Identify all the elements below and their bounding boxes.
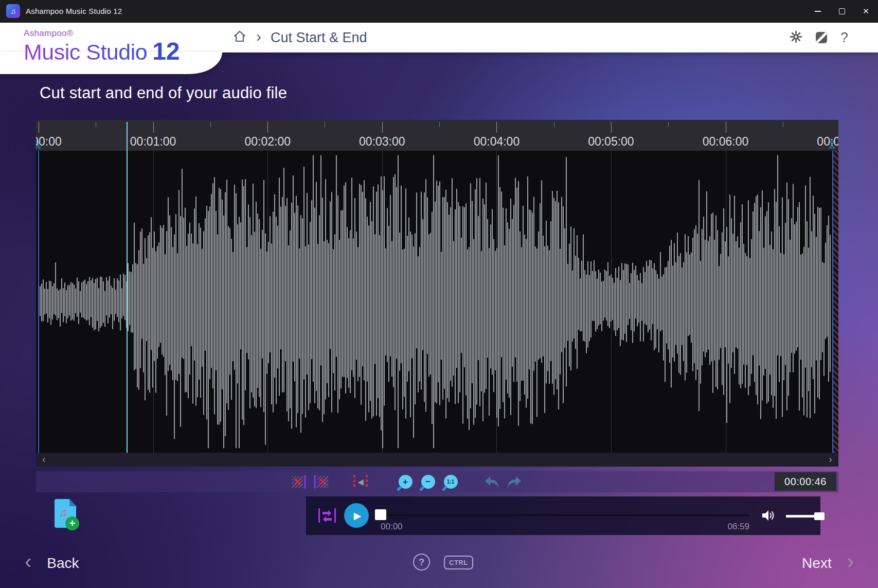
app-window: ♫ Ashampoo Music Studio 12 ✕ Ashampoo® M… [0,0,878,588]
undo-icon [483,475,500,489]
cut-before-marker-button[interactable]: ✕ [288,471,310,492]
ruler-major-tick [726,122,726,133]
file-fold-corner [69,499,77,506]
play-button[interactable]: ▶ [344,503,369,528]
ruler-minor-tick [783,122,783,127]
cut-after-bar-icon [314,475,316,489]
breadcrumb-current: Cut Start & End [271,30,367,46]
ruler-label: 00:06:00 [703,135,749,149]
waveform-scrollbar[interactable]: ‹ › [36,453,838,467]
ruler-major-tick [153,122,154,133]
ruler-minor-tick [96,122,96,127]
undo-button[interactable] [481,471,502,492]
cursor-time-display: 00:00:46 [775,472,836,491]
zoom-out-icon: − [421,475,435,489]
add-plus-icon: + [65,516,79,530]
waveform-canvas[interactable] [36,151,838,453]
playback-bar: ▶ 00:00 06:59 [306,496,820,535]
zoom-in-button[interactable]: + [396,471,415,492]
next-button[interactable]: Next › [802,553,854,574]
start-cut-scissors-icon[interactable]: ✂ [36,139,45,149]
ruler-label: 00:04:00 [474,135,520,149]
ruler-label: 00:05:00 [588,135,634,149]
waveform-editor: ✂ ✂ 00:00:0000:01:0000:02:0000:03:0000:0… [36,120,838,467]
ruler-major-tick [382,122,383,133]
ctrl-key-label: CTRL [449,559,468,566]
redo-button[interactable] [504,471,525,492]
ruler-minor-tick [439,122,440,127]
app-logo-icon: ♫ [6,4,20,18]
ruler-major-tick [39,122,39,133]
ruler-label: 00:03:00 [359,135,405,149]
total-duration: 06:59 [727,522,749,532]
end-cut-scissors-icon[interactable]: ✂ [825,139,838,149]
brand-logo: Ashampoo® Music Studio12 [24,29,180,64]
timeline-ruler[interactable]: ✂ ✂ 00:00:0000:01:0000:02:0000:03:0000:0… [36,120,838,151]
zoom-original-button[interactable]: 1:1 [441,471,460,492]
cut-after-marker-button[interactable]: ✕ [310,471,332,492]
ruler-minor-tick [210,122,211,127]
brand-version: 12 [152,38,180,65]
play-icon: ▶ [354,510,362,522]
maximize-icon [839,8,845,14]
next-label: Next [802,555,832,572]
ruler-label: 00:02:00 [244,135,291,149]
end-marker-line[interactable] [832,151,833,453]
back-button[interactable]: ‹ Back [25,553,79,574]
cut-region-hatch [833,151,838,453]
help-question-icon: ? [419,557,425,568]
playhead-line[interactable] [127,151,128,453]
page-title: Cut start and end of your audio file [40,84,287,102]
seek-thumb[interactable] [375,509,386,520]
ruler-label: 00:01:00 [130,135,176,149]
brand-name: Ashampoo® [24,29,180,38]
back-chevron-icon: ‹ [25,553,31,574]
waveform-area[interactable] [36,151,838,453]
close-icon: ✕ [863,7,869,16]
cut-before-bar-icon [304,475,306,489]
file-music-note-icon: ♫ [59,506,67,520]
loop-playback-button[interactable] [317,506,337,527]
back-label: Back [47,555,79,572]
ruler-major-tick [496,122,497,133]
seek-bar[interactable] [381,514,749,516]
ruler-minor-tick [668,122,669,127]
cut-before-x-icon: ✕ [292,476,303,488]
elapsed-time: 00:00 [381,522,403,532]
scroll-right-icon[interactable]: › [829,454,832,466]
ctrl-key-hint: CTRL [444,556,473,569]
header-actions: ? [790,23,848,52]
home-icon[interactable] [232,29,247,46]
start-marker-line[interactable] [38,151,39,453]
ruler-major-tick [611,122,612,133]
maximize-button[interactable] [830,0,854,22]
trim-triangle-icon: ◀ [357,478,364,486]
trim-selection-button[interactable]: ◀ [349,471,372,492]
zoom-in-icon: + [399,475,413,489]
minimize-button[interactable] [805,0,830,22]
redo-icon [506,475,523,489]
volume-mute-button[interactable] [761,509,777,524]
playhead-ruler[interactable] [127,122,128,151]
brand-product: Music Studio [24,40,147,64]
trim-left-dash-icon [353,475,355,489]
next-chevron-icon: › [847,553,854,574]
volume-thumb[interactable] [814,512,825,520]
minimize-icon [815,11,821,12]
ruler-major-tick [267,122,268,133]
edit-toolbar: ✕ ✕ ◀ + − 1:1 00: [36,471,838,492]
help-icon[interactable]: ? [840,30,848,46]
zoom-out-button[interactable]: − [419,471,437,492]
close-button[interactable]: ✕ [854,0,878,22]
breadcrumb-chevron-icon: › [256,29,261,46]
help-hint-button[interactable]: ? [413,554,430,571]
titlebar: ♫ Ashampoo Music Studio 12 ✕ [0,0,878,23]
ruler-minor-tick [325,122,325,127]
scroll-left-icon[interactable]: ‹ [42,454,46,466]
breadcrumb: › Cut Start & End [232,23,367,52]
ruler-minor-tick [554,122,554,127]
cut-after-x-icon: ✕ [317,476,328,488]
add-file-button[interactable]: ♫ + [55,499,77,529]
theme-toggle-icon[interactable] [816,32,827,43]
settings-gear-icon[interactable] [790,30,802,45]
